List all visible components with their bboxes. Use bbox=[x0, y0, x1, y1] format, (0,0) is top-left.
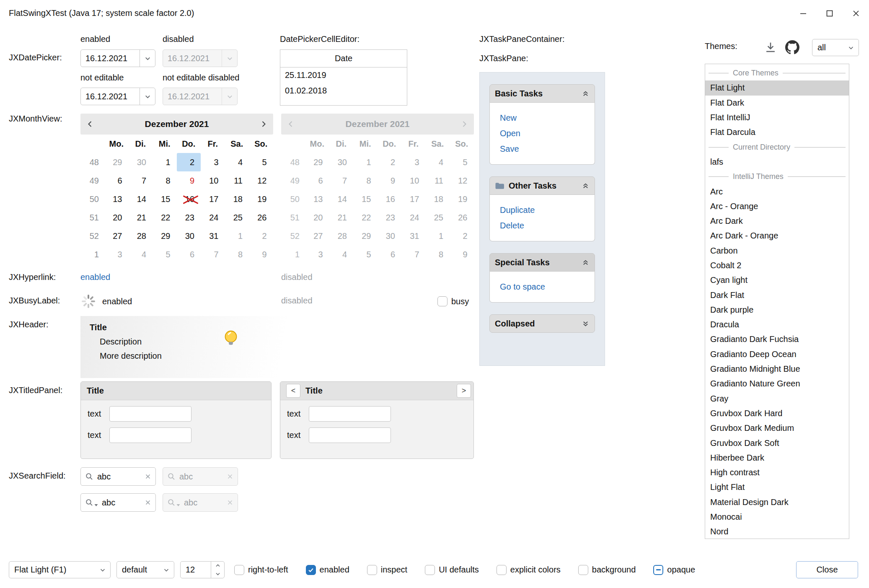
theme-list-item-cobalt-2[interactable]: Cobalt 2 bbox=[705, 258, 849, 273]
taskpane-header-collapsed[interactable]: Collapsed bbox=[489, 314, 595, 333]
checkbox-explicit-colors[interactable]: explicit colors bbox=[497, 565, 561, 575]
checkbox-box[interactable] bbox=[306, 565, 316, 575]
calendar-day-cell[interactable]: 26 bbox=[249, 208, 273, 227]
calendar-day-cell[interactable]: 17 bbox=[201, 190, 225, 208]
theme-list-item-arc-dark-orange[interactable]: Arc Dark - Orange bbox=[705, 228, 849, 243]
font-size-spinner[interactable]: 12 bbox=[180, 561, 225, 578]
theme-list-item-gradianto-nature-green[interactable]: Gradianto Nature Green bbox=[705, 376, 849, 391]
theme-list-item-dark-purple[interactable]: Dark purple bbox=[705, 303, 849, 317]
taskpane-link-new[interactable]: New bbox=[500, 110, 595, 126]
taskpane-link-delete[interactable]: Delete bbox=[500, 218, 595, 233]
spinner-value[interactable]: 12 bbox=[181, 562, 211, 578]
theme-list-item-gruvbox-dark-medium[interactable]: Gruvbox Dark Medium bbox=[705, 421, 849, 435]
theme-list-item-arc[interactable]: Arc bbox=[705, 184, 849, 199]
theme-list-item-cyan-light[interactable]: Cyan light bbox=[705, 273, 849, 288]
expand-icon[interactable] bbox=[582, 320, 590, 328]
text-input[interactable] bbox=[309, 427, 391, 443]
calendar-day-cell[interactable]: 4 bbox=[129, 245, 153, 264]
checkbox-box[interactable] bbox=[367, 565, 377, 575]
checkbox-opaque[interactable]: opaque bbox=[653, 565, 695, 575]
text-input[interactable] bbox=[109, 427, 191, 443]
calendar-day-cell[interactable]: 5 bbox=[153, 245, 177, 264]
theme-list-item-gradianto-deep-ocean[interactable]: Gradianto Deep Ocean bbox=[705, 347, 849, 362]
searchfield-enabled[interactable]: abc bbox=[80, 467, 156, 486]
checkbox-box[interactable] bbox=[578, 565, 588, 575]
table-row[interactable]: 25.11.2019 bbox=[280, 67, 407, 83]
titlebar-right-button[interactable]: > bbox=[457, 384, 471, 398]
theme-list-item-flat-darcula[interactable]: Flat Darcula bbox=[705, 125, 849, 140]
calendar-day-cell[interactable]: 7 bbox=[201, 245, 225, 264]
search-menu-icon[interactable] bbox=[85, 498, 98, 507]
calendar-day-cell[interactable]: 25 bbox=[225, 208, 249, 227]
calendar-day-cell[interactable]: 6 bbox=[104, 171, 129, 190]
theme-list-item-material-design-dark[interactable]: Material Design Dark bbox=[705, 495, 849, 510]
calendar-day-cell[interactable]: 8 bbox=[225, 245, 249, 264]
text-input[interactable] bbox=[309, 406, 391, 422]
calendar-day-cell[interactable]: 23 bbox=[177, 208, 201, 227]
checkbox-background[interactable]: background bbox=[578, 565, 636, 575]
calendar-day-cell[interactable]: 2 bbox=[249, 227, 273, 245]
collapse-icon[interactable] bbox=[582, 90, 590, 98]
calendar-next-button[interactable] bbox=[259, 120, 268, 128]
theme-list-item-lafs[interactable]: lafs bbox=[705, 155, 849, 169]
taskpane-link-save[interactable]: Save bbox=[500, 141, 595, 157]
laf-combo[interactable]: Flat Light (F1) bbox=[9, 561, 111, 578]
table-row[interactable]: 01.02.2018 bbox=[280, 83, 407, 98]
theme-list-item-gradianto-dark-fuchsia[interactable]: Gradianto Dark Fuchsia bbox=[705, 332, 849, 347]
close-window-button[interactable] bbox=[843, 0, 869, 26]
datepicker-value[interactable]: 16.12.2021 bbox=[81, 50, 140, 67]
datepicker-dropdown-button[interactable] bbox=[140, 88, 155, 105]
calendar-day-cell[interactable]: 1 bbox=[153, 153, 177, 171]
calendar-day-cell[interactable]: 18 bbox=[225, 190, 249, 208]
minimize-button[interactable] bbox=[790, 0, 816, 26]
text-input[interactable] bbox=[109, 406, 191, 422]
theme-list-item-monocai[interactable]: Monocai bbox=[705, 510, 849, 524]
calendar-day-cell[interactable]: 24 bbox=[201, 208, 225, 227]
table-column-header[interactable]: Date bbox=[280, 50, 407, 67]
theme-list-item-gray[interactable]: Gray bbox=[705, 391, 849, 406]
checkbox-box[interactable] bbox=[234, 565, 244, 575]
datepicker-not-editable[interactable]: 16.12.2021 bbox=[80, 88, 155, 105]
calendar-day-cell[interactable]: 5 bbox=[249, 153, 273, 171]
calendar-day-cell[interactable]: 27 bbox=[104, 227, 129, 245]
clear-icon[interactable] bbox=[145, 473, 151, 480]
calendar-day-cell[interactable]: 28 bbox=[129, 227, 153, 245]
calendar-day-cell[interactable]: 3 bbox=[201, 153, 225, 171]
calendar-day-cell[interactable]: 29 bbox=[153, 227, 177, 245]
calendar-day-cell[interactable]: 20 bbox=[104, 208, 129, 227]
calendar-day-cell[interactable]: 4 bbox=[225, 153, 249, 171]
calendar-day-cell[interactable]: 2 bbox=[177, 153, 201, 171]
theme-list-item-flat-dark[interactable]: Flat Dark bbox=[705, 96, 849, 110]
spinner-up-button[interactable] bbox=[211, 562, 224, 570]
calendar-day-cell[interactable]: 11 bbox=[225, 171, 249, 190]
taskpane-link-open[interactable]: Open bbox=[500, 126, 595, 141]
checkbox-ui-defaults[interactable]: UI defaults bbox=[425, 565, 479, 575]
clear-icon[interactable] bbox=[145, 499, 151, 506]
checkbox-box[interactable] bbox=[497, 565, 507, 575]
theme-filter-combo[interactable]: all bbox=[812, 39, 859, 56]
calendar-day-cell[interactable]: 14 bbox=[129, 190, 153, 208]
calendar-day-cell[interactable]: 31 bbox=[201, 227, 225, 245]
calendar-day-cell[interactable]: 16 bbox=[177, 190, 201, 208]
theme-list-item-arc-dark[interactable]: Arc Dark bbox=[705, 214, 849, 228]
calendar-day-cell[interactable]: 7 bbox=[129, 171, 153, 190]
searchfield-with-menu-enabled[interactable]: abc bbox=[80, 493, 156, 512]
theme-list-item-dracula[interactable]: Dracula bbox=[705, 317, 849, 332]
calendar-day-cell[interactable]: 12 bbox=[249, 171, 273, 190]
checkbox-enabled[interactable]: enabled bbox=[306, 565, 349, 575]
calendar-day-cell[interactable]: 1 bbox=[225, 227, 249, 245]
calendar-day-cell[interactable]: 3 bbox=[104, 245, 129, 264]
spinner-down-button[interactable] bbox=[211, 570, 224, 578]
datepicker-dropdown-button[interactable] bbox=[140, 50, 155, 67]
calendar-day-cell[interactable]: 15 bbox=[153, 190, 177, 208]
theme-list-item-light-flat[interactable]: Light Flat bbox=[705, 480, 849, 495]
calendar-day-cell[interactable]: 10 bbox=[201, 171, 225, 190]
theme-list-item-gruvbox-dark-soft[interactable]: Gruvbox Dark Soft bbox=[705, 435, 849, 450]
taskpane-link-go-to-space[interactable]: Go to space bbox=[500, 279, 595, 295]
taskpane-header-other-tasks[interactable]: Other Tasks bbox=[489, 176, 595, 195]
theme-list-item-gruvbox-dark-hard[interactable]: Gruvbox Dark Hard bbox=[705, 406, 849, 421]
github-icon[interactable] bbox=[785, 40, 799, 54]
theme-list-item-hiberbee-dark[interactable]: Hiberbee Dark bbox=[705, 451, 849, 465]
busy-checkbox[interactable]: busy bbox=[437, 296, 469, 306]
maximize-button[interactable] bbox=[816, 0, 843, 26]
